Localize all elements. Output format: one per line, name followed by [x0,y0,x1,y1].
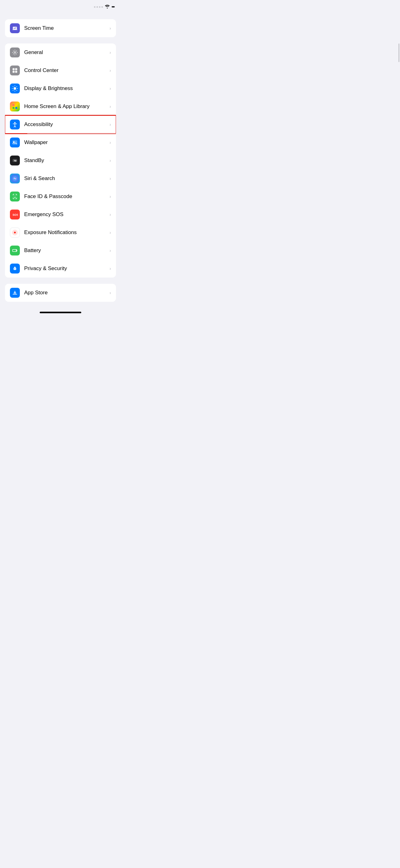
display-brightness-icon [10,84,20,93]
app-store-label: App Store [24,290,109,296]
svg-rect-6 [15,71,18,73]
app-store-chevron: › [109,290,111,295]
svg-rect-4 [15,68,18,70]
svg-point-25 [14,269,15,270]
battery-chevron: › [109,248,111,253]
emergency-sos-chevron: › [109,212,111,217]
standby-label: StandBy [24,157,109,164]
privacy-security-label: Privacy & Security [24,266,109,272]
siri-search-icon [10,174,20,183]
face-id-label: Face ID & Passcode [24,193,109,199]
home-screen-chevron: › [109,104,111,109]
svg-rect-3 [13,68,15,70]
settings-row-standby[interactable]: StandBy› [5,152,116,169]
svg-rect-10 [13,107,14,109]
emergency-sos-icon: SOS [10,210,20,219]
exposure-notifications-chevron: › [109,230,111,235]
settings-row-control-center[interactable]: Control Center› [5,61,116,80]
settings-row-exposure-notifications[interactable]: Exposure Notifications› [5,223,116,242]
face-id-chevron: › [109,194,111,199]
wallpaper-icon [10,137,20,148]
settings-row-privacy-security[interactable]: Privacy & Security› [5,259,116,278]
display-brightness-chevron: › [109,86,111,91]
accessibility-icon [10,120,20,129]
screen-time-chevron: › [109,26,111,31]
svg-rect-23 [13,250,16,251]
settings-row-battery[interactable]: Battery› [5,242,116,259]
exposure-notifications-icon [10,227,20,238]
svg-rect-15 [13,159,17,162]
battery-status-icon [112,6,115,7]
privacy-security-icon [10,264,20,274]
battery-label: Battery [24,247,109,254]
face-id-icon [10,191,20,202]
page-title [0,12,121,19]
svg-point-12 [14,122,15,123]
general-label: General [24,49,109,56]
svg-point-19 [14,231,16,234]
wallpaper-label: Wallpaper [24,140,109,146]
accessibility-label: Accessibility [24,121,109,128]
svg-rect-8 [13,104,14,106]
control-center-label: Control Center [24,67,109,73]
general-icon [10,48,20,57]
signal-icon [94,6,103,8]
siri-search-chevron: › [109,176,111,181]
settings-row-screen-time[interactable]: Screen Time› [5,19,116,37]
status-bar [0,0,121,12]
home-screen-icon [10,101,20,112]
home-indicator-bar [40,312,81,313]
svg-rect-5 [13,71,15,73]
settings-row-app-store[interactable]: App Store› [5,284,116,302]
settings-row-face-id[interactable]: Face ID & Passcode› [5,187,116,206]
general-chevron: › [109,50,111,55]
screen-time-icon [10,23,20,33]
wifi-icon [105,4,110,9]
settings-row-display-brightness[interactable]: Display & Brightness› [5,80,116,97]
svg-rect-9 [15,104,18,106]
svg-point-7 [14,87,16,90]
app-store-icon [10,288,20,298]
control-center-icon [10,65,20,75]
settings-row-home-screen[interactable]: Home Screen & App Library› [5,97,116,116]
privacy-security-chevron: › [109,266,111,271]
settings-row-general[interactable]: General› [5,43,116,61]
display-brightness-label: Display & Brightness [24,85,109,92]
settings-row-wallpaper[interactable]: Wallpaper› [5,133,116,152]
svg-point-2 [14,52,16,53]
settings-group-group-screen-time: Screen Time› [5,19,116,37]
emergency-sos-label: Emergency SOS [24,211,109,218]
svg-rect-1 [12,30,18,30]
settings-group-group-display: General›Control Center›Display & Brightn… [5,43,116,278]
home-indicator [0,308,121,316]
accessibility-chevron: › [109,122,111,127]
svg-text:SOS: SOS [13,213,18,216]
home-screen-label: Home Screen & App Library [24,103,109,110]
standby-chevron: › [109,158,111,163]
standby-icon [10,156,20,165]
wallpaper-chevron: › [109,140,111,145]
settings-row-accessibility[interactable]: Accessibility› [5,116,116,133]
siri-search-label: Siri & Search [24,176,109,182]
battery-icon [10,246,20,255]
svg-rect-11 [15,107,18,109]
exposure-notifications-label: Exposure Notifications [24,229,109,236]
screen-time-label: Screen Time [24,25,109,31]
svg-rect-13 [13,140,18,144]
status-icons [94,4,115,9]
settings-row-emergency-sos[interactable]: SOSEmergency SOS› [5,206,116,223]
control-center-chevron: › [109,68,111,73]
settings-row-siri-search[interactable]: Siri & Search› [5,169,116,187]
settings-group-group-appstore: App Store› [5,284,116,302]
